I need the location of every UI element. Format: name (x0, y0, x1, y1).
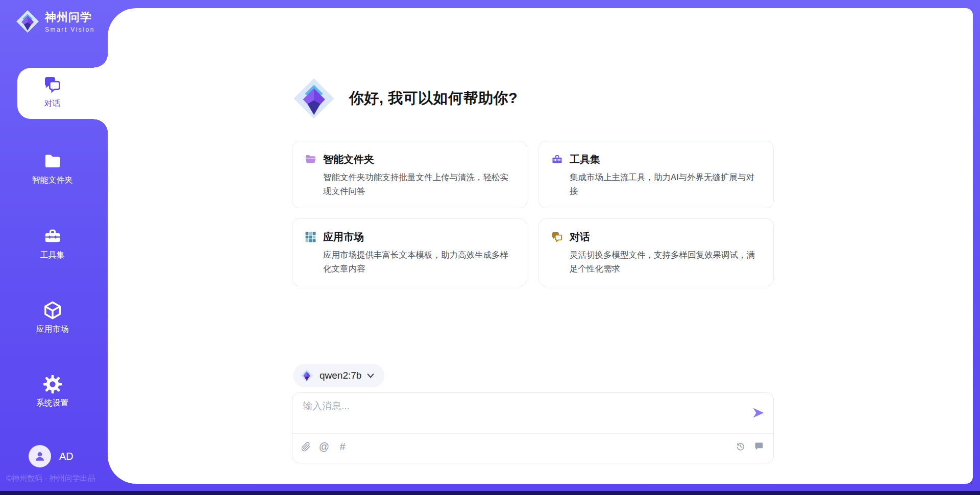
attachment-button[interactable] (300, 440, 312, 453)
chat-bubble-icon (754, 441, 764, 452)
card-chat[interactable]: 对话 灵活切换多模型文件，支持多样回复效果调试，满足个性化需求 (538, 218, 774, 286)
card-description: 集成市场上主流工具，助力AI与外界无缝扩展与对接 (570, 170, 761, 197)
card-toolkit[interactable]: 工具集 集成市场上主流工具，助力AI与外界无缝扩展与对接 (538, 141, 774, 208)
cube-icon (43, 301, 62, 319)
sidebar-item-app-market[interactable]: 应用市场 (0, 301, 105, 335)
card-app-market[interactable]: 应用市场 应用市场提供丰富长文本模板，助力高效生成多样化文章内容 (292, 218, 527, 286)
composer-tools-left: @ # (300, 440, 349, 453)
sidebar: 神州问学 Smart Vision 对话 智能文件夹 (0, 0, 108, 495)
mention-button[interactable]: @ (318, 440, 330, 453)
sidebar-item-label: 智能文件夹 (32, 175, 73, 186)
message-composer: @ # (292, 392, 774, 463)
model-selector[interactable]: qwen2:7b (293, 364, 384, 387)
greeting-title: 你好, 我可以如何帮助你? (349, 88, 518, 109)
card-description: 灵活切换多模型文件，支持多样回复效果调试，满足个性化需求 (570, 248, 761, 275)
greeting-logo-icon (292, 77, 336, 120)
chat-icon (43, 76, 62, 94)
card-description: 智能文件夹功能支持批量文件上传与清洗，轻松实现文件问答 (323, 170, 514, 197)
sidebar-item-label: 工具集 (40, 250, 65, 261)
message-input[interactable] (303, 400, 742, 430)
history-icon (736, 441, 746, 452)
card-title: 智能文件夹 (323, 153, 374, 166)
folder-icon (305, 154, 316, 165)
folder-icon (43, 152, 62, 170)
chat-bubble-button[interactable] (753, 440, 765, 453)
card-title: 工具集 (570, 153, 600, 166)
model-name: qwen2:7b (320, 370, 361, 381)
card-title: 对话 (570, 230, 590, 244)
greeting: 你好, 我可以如何帮助你? (292, 77, 518, 120)
brand: 神州问学 Smart Vision (15, 9, 95, 34)
composer-tools-right (734, 440, 765, 453)
bottom-edge-strip (0, 491, 980, 495)
brand-subtitle: Smart Vision (45, 26, 95, 33)
sidebar-item-smart-folder[interactable]: 智能文件夹 (0, 152, 105, 186)
chat-icon (551, 231, 563, 243)
card-smart-folder[interactable]: 智能文件夹 智能文件夹功能支持批量文件上传与清洗，轻松实现文件问答 (292, 141, 527, 208)
user-name: AD (59, 451, 74, 462)
avatar[interactable] (29, 445, 51, 467)
sidebar-item-label: 对话 (44, 98, 61, 109)
toolbox-icon (43, 227, 62, 245)
hashtag-button[interactable]: # (336, 440, 349, 453)
copyright-text: ©神州数码 · 神州问学出品 (6, 474, 108, 483)
grid-icon (305, 231, 316, 243)
active-tab-fillet-bottom (94, 119, 108, 133)
gear-icon (43, 375, 62, 393)
brand-name: 神州问学 (45, 10, 95, 25)
send-icon[interactable] (752, 406, 765, 419)
sidebar-item-label: 系统设置 (36, 398, 69, 409)
sidebar-item-settings[interactable]: 系统设置 (0, 375, 105, 409)
card-description: 应用市场提供丰富长文本模板，助力高效生成多样化文章内容 (323, 248, 514, 275)
card-title: 应用市场 (323, 230, 364, 244)
sidebar-item-toolkit[interactable]: 工具集 (0, 227, 105, 261)
main-content: 你好, 我可以如何帮助你? 智能文件夹 智能文件夹功能支持批量文件上传与清洗，轻… (292, 8, 774, 484)
toolbox-icon (551, 154, 563, 165)
brand-logo-icon (15, 9, 40, 34)
history-button[interactable] (734, 440, 747, 453)
person-icon (33, 450, 46, 463)
sidebar-item-label: 应用市场 (36, 324, 69, 335)
feature-cards: 智能文件夹 智能文件夹功能支持批量文件上传与清洗，轻松实现文件问答 工具 (292, 141, 774, 286)
sidebar-item-chat[interactable]: 对话 (0, 76, 105, 109)
chevron-down-icon (367, 373, 374, 379)
active-tab-fillet-top (94, 54, 108, 68)
model-logo-icon (300, 368, 314, 383)
paperclip-icon (301, 442, 311, 452)
user-account[interactable]: AD (29, 445, 74, 467)
composer-divider (292, 433, 773, 434)
app-window: 神州问学 Smart Vision 对话 智能文件夹 (0, 0, 980, 495)
main-panel: 你好, 我可以如何帮助你? 智能文件夹 智能文件夹功能支持批量文件上传与清洗，轻… (108, 8, 973, 484)
